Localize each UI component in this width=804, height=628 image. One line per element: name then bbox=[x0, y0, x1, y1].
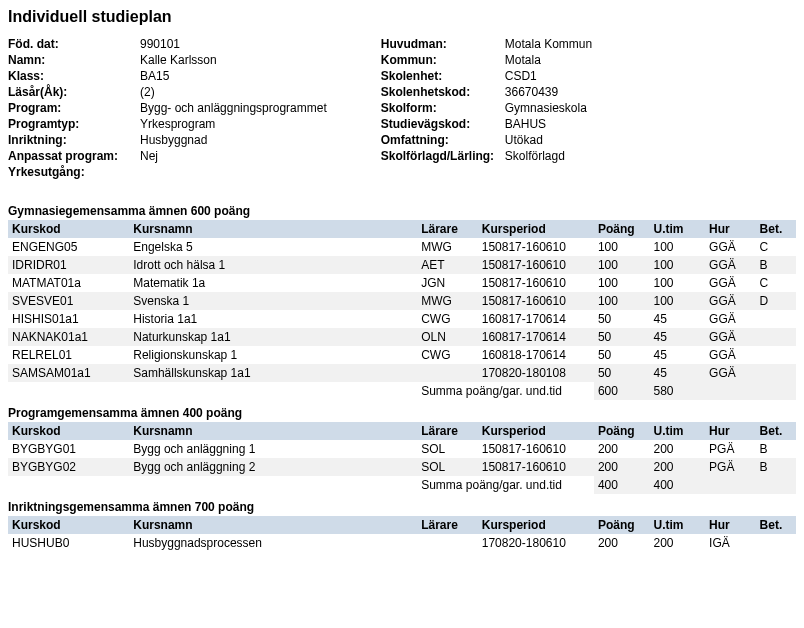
info-value: Yrkesprogram bbox=[136, 116, 331, 132]
cell-utim: 100 bbox=[649, 274, 705, 292]
info-value: BAHUS bbox=[501, 116, 596, 132]
cell-kurskod: BYGBYG02 bbox=[8, 458, 129, 476]
column-header: Kursperiod bbox=[478, 422, 594, 440]
cell-kurskod: BYGBYG01 bbox=[8, 440, 129, 458]
column-header: Kursnamn bbox=[129, 516, 417, 534]
sum-label: Summa poäng/gar. und.tid bbox=[417, 476, 594, 494]
info-label: Läsår(Åk): bbox=[8, 84, 136, 100]
cell-larare bbox=[417, 534, 478, 552]
table-row: RELREL01Religionskunskap 1CWG160818-1706… bbox=[8, 346, 796, 364]
info-label: Yrkesutgång: bbox=[8, 164, 136, 180]
table-row: SVESVE01Svenska 1MWG150817-160610100100G… bbox=[8, 292, 796, 310]
info-value: Utökad bbox=[501, 132, 596, 148]
column-header: Hur bbox=[705, 516, 756, 534]
cell-poang: 200 bbox=[594, 458, 650, 476]
cell-bet bbox=[756, 364, 796, 382]
cell-larare: OLN bbox=[417, 328, 478, 346]
column-header: Lärare bbox=[417, 422, 478, 440]
cell-period: 150817-160610 bbox=[478, 458, 594, 476]
sections-container: Gymnasiegemensamma ämnen 600 poängKursko… bbox=[8, 204, 796, 552]
cell-hur: GGÄ bbox=[705, 328, 756, 346]
sum-utim: 400 bbox=[649, 476, 705, 494]
column-header: U.tim bbox=[649, 422, 705, 440]
cell-poang: 100 bbox=[594, 292, 650, 310]
cell-utim: 45 bbox=[649, 346, 705, 364]
column-header: Lärare bbox=[417, 220, 478, 238]
cell-larare: MWG bbox=[417, 238, 478, 256]
cell-poang: 50 bbox=[594, 310, 650, 328]
info-label: Kommun: bbox=[381, 52, 501, 68]
info-label: Skolenhet: bbox=[381, 68, 501, 84]
column-header: Bet. bbox=[756, 220, 796, 238]
sum-row: Summa poäng/gar. und.tid400400 bbox=[8, 476, 796, 494]
sum-poang: 600 bbox=[594, 382, 650, 400]
cell-period: 160817-170614 bbox=[478, 328, 594, 346]
info-value bbox=[136, 164, 331, 180]
info-value: Kalle Karlsson bbox=[136, 52, 331, 68]
column-header: U.tim bbox=[649, 220, 705, 238]
cell-kursnamn: Historia 1a1 bbox=[129, 310, 417, 328]
course-table: KurskodKursnamnLärareKursperiodPoängU.ti… bbox=[8, 220, 796, 400]
cell-hur: GGÄ bbox=[705, 238, 756, 256]
cell-bet: C bbox=[756, 238, 796, 256]
cell-bet: B bbox=[756, 256, 796, 274]
cell-poang: 100 bbox=[594, 274, 650, 292]
cell-period: 150817-160610 bbox=[478, 238, 594, 256]
info-label: Omfattning: bbox=[381, 132, 501, 148]
info-value: Skolförlagd bbox=[501, 148, 596, 164]
cell-larare: SOL bbox=[417, 458, 478, 476]
info-label: Skolform: bbox=[381, 100, 501, 116]
column-header: Lärare bbox=[417, 516, 478, 534]
cell-hur: GGÄ bbox=[705, 292, 756, 310]
cell-poang: 200 bbox=[594, 534, 650, 552]
course-table: KurskodKursnamnLärareKursperiodPoängU.ti… bbox=[8, 516, 796, 552]
cell-utim: 200 bbox=[649, 534, 705, 552]
cell-utim: 100 bbox=[649, 292, 705, 310]
cell-utim: 200 bbox=[649, 458, 705, 476]
cell-period: 150817-160610 bbox=[478, 440, 594, 458]
cell-hur: IGÄ bbox=[705, 534, 756, 552]
info-value: 990101 bbox=[136, 36, 331, 52]
column-header: Poäng bbox=[594, 516, 650, 534]
info-column-left: Föd. dat:990101Namn:Kalle KarlssonKlass:… bbox=[8, 36, 331, 180]
cell-larare: MWG bbox=[417, 292, 478, 310]
cell-bet: C bbox=[756, 274, 796, 292]
cell-kurskod: RELREL01 bbox=[8, 346, 129, 364]
cell-larare: SOL bbox=[417, 440, 478, 458]
cell-hur: GGÄ bbox=[705, 364, 756, 382]
column-header: Kurskod bbox=[8, 422, 129, 440]
column-header: Hur bbox=[705, 422, 756, 440]
sum-label: Summa poäng/gar. und.tid bbox=[417, 382, 594, 400]
table-row: IDRIDR01Idrott och hälsa 1AET150817-1606… bbox=[8, 256, 796, 274]
cell-larare bbox=[417, 364, 478, 382]
cell-bet bbox=[756, 310, 796, 328]
info-value: Motala bbox=[501, 52, 596, 68]
info-label: Skolenhetskod: bbox=[381, 84, 501, 100]
cell-hur: GGÄ bbox=[705, 256, 756, 274]
cell-poang: 100 bbox=[594, 238, 650, 256]
table-row: NAKNAK01a1Naturkunskap 1a1OLN160817-1706… bbox=[8, 328, 796, 346]
cell-larare: CWG bbox=[417, 310, 478, 328]
cell-period: 150817-160610 bbox=[478, 274, 594, 292]
cell-kursnamn: Religionskunskap 1 bbox=[129, 346, 417, 364]
cell-kurskod: HUSHUB0 bbox=[8, 534, 129, 552]
cell-kursnamn: Matematik 1a bbox=[129, 274, 417, 292]
cell-hur: GGÄ bbox=[705, 274, 756, 292]
sum-row: Summa poäng/gar. und.tid600580 bbox=[8, 382, 796, 400]
info-value: 36670439 bbox=[501, 84, 596, 100]
cell-period: 150817-160610 bbox=[478, 256, 594, 274]
cell-poang: 50 bbox=[594, 346, 650, 364]
cell-kursnamn: Engelska 5 bbox=[129, 238, 417, 256]
info-value: (2) bbox=[136, 84, 331, 100]
cell-bet: D bbox=[756, 292, 796, 310]
table-row: MATMAT01aMatematik 1aJGN150817-160610100… bbox=[8, 274, 796, 292]
table-row: ENGENG05Engelska 5MWG150817-160610100100… bbox=[8, 238, 796, 256]
table-row: BYGBYG01Bygg och anläggning 1SOL150817-1… bbox=[8, 440, 796, 458]
cell-period: 160818-170614 bbox=[478, 346, 594, 364]
info-value: Motala Kommun bbox=[501, 36, 596, 52]
column-header: Kurskod bbox=[8, 220, 129, 238]
info-value: Nej bbox=[136, 148, 331, 164]
cell-kursnamn: Idrott och hälsa 1 bbox=[129, 256, 417, 274]
column-header: Kursperiod bbox=[478, 516, 594, 534]
column-header: Poäng bbox=[594, 422, 650, 440]
